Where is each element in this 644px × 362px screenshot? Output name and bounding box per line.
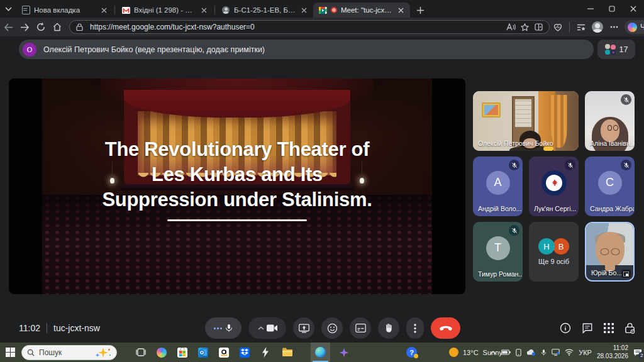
tab-gmail[interactable]: Вхідні (1 298) - yurii.smolnikov@n — [116, 3, 213, 18]
camera-button[interactable] — [248, 317, 286, 339]
gmail-icon — [121, 6, 130, 14]
presentation-stage[interactable]: The Revolutionary Theater of Les Kurbas … — [9, 79, 465, 294]
host-controls-icon[interactable] — [625, 322, 635, 334]
emoji-button[interactable] — [321, 317, 343, 339]
browser-essentials-icon[interactable] — [550, 19, 566, 35]
url-text[interactable]: https://meet.google.com/tuc-jcxt-nsw?aut… — [90, 23, 504, 31]
mic-off-icon — [509, 225, 519, 236]
participant-name: Сандра Жабра — [590, 205, 634, 212]
new-tab-button[interactable] — [413, 3, 428, 18]
favorite-star-icon[interactable] — [518, 21, 531, 33]
search-placeholder: Пошук — [39, 348, 91, 357]
read-aloud-icon[interactable] — [504, 21, 518, 33]
participant-name: Лук'ян Сергі... — [534, 205, 576, 212]
amazon-icon[interactable] — [214, 343, 233, 362]
copilot-icon — [628, 23, 637, 32]
self-tile-yurii[interactable]: Юрій Бо... — [585, 222, 635, 282]
participant-count: 17 — [619, 45, 628, 54]
slide-title-line: The Revolutionary Theater of — [42, 137, 432, 162]
presenter-banner-text: Олексій Петрович Бойко (веде презентацію… — [43, 45, 265, 54]
hidden-icons-chevron[interactable] — [490, 351, 496, 354]
meet-control-bar: 11:02 tuc-jcxt-nsw — [0, 313, 644, 343]
lock-icon — [72, 21, 86, 33]
overflow-tile-more-people[interactable]: Н В Ще 9 осіб — [529, 222, 579, 282]
presenter-banner: О Олексій Петрович Бойко (веде презентац… — [19, 40, 594, 59]
lightning-app-icon[interactable] — [255, 343, 275, 362]
raise-hand-button[interactable] — [378, 317, 399, 339]
copilot-taskbar-icon[interactable] — [152, 343, 171, 362]
mic-on-icon — [224, 323, 234, 333]
participant-grid: Олексій Петрович Бойко Аліна Іванівн... … — [473, 91, 635, 282]
back-icon[interactable] — [0, 19, 16, 35]
phone-link-icon[interactable] — [516, 349, 521, 356]
close-icon[interactable] — [299, 6, 308, 14]
mic-off-icon — [565, 160, 575, 170]
address-bar[interactable]: https://meet.google.com/tuc-jcxt-nsw?aut… — [69, 20, 550, 34]
language-indicator[interactable]: УКР — [579, 349, 592, 356]
microsoft-store-icon[interactable] — [172, 343, 192, 362]
mic-in-use-icon[interactable] — [541, 349, 547, 356]
system-tray: УКР 11:02 28.03.2026 2 — [490, 343, 642, 362]
participants-chip[interactable]: 17 — [597, 40, 635, 59]
battery-icon[interactable] — [501, 349, 511, 355]
get-help-icon[interactable]: ? — [406, 347, 417, 358]
outlook-icon[interactable] — [193, 343, 213, 362]
gemini-sparkle-icon[interactable] — [334, 343, 353, 362]
window-close-button[interactable] — [623, 0, 644, 18]
activities-icon[interactable] — [604, 323, 614, 333]
picture-in-picture-icon[interactable] — [621, 270, 631, 278]
mic-button[interactable] — [205, 317, 242, 339]
participant-tile-lukian[interactable]: Лук'ян Сергі... — [529, 156, 579, 216]
participant-name: Тимур Роман... — [478, 270, 522, 278]
slide-theater-image: The Revolutionary Theater of Les Kurbas … — [42, 79, 432, 294]
profile-avatar[interactable] — [589, 19, 606, 35]
clock-date: 28.03.2026 — [597, 353, 628, 361]
dropbox-icon[interactable] — [235, 343, 254, 362]
task-view-icon[interactable] — [131, 343, 150, 362]
audio-options-icon[interactable] — [214, 327, 222, 329]
participant-tile-oleksii[interactable]: Олексій Петрович Бойко — [473, 91, 579, 151]
close-icon[interactable] — [199, 6, 208, 14]
slide-title-underline — [167, 219, 307, 221]
browser-toolbar: https://meet.google.com/tuc-jcxt-nsw?aut… — [0, 18, 644, 36]
taskbar-search-input[interactable]: Пошук — [21, 345, 117, 360]
settings-more-icon[interactable] — [606, 19, 622, 35]
close-icon[interactable] — [396, 6, 405, 14]
present-button[interactable] — [293, 317, 314, 339]
taskbar-clock[interactable]: 11:02 28.03.2026 — [597, 344, 628, 360]
start-button[interactable] — [0, 343, 20, 362]
browser-titlebar: Нова вкладка Вхідні (1 298) - yurii.smol… — [0, 0, 644, 18]
wifi-icon[interactable] — [565, 349, 574, 356]
tab-label: Вхідні (1 298) - yurii.smolnikov@n — [134, 6, 196, 14]
window-maximize-button[interactable] — [601, 0, 623, 18]
end-call-button[interactable] — [431, 317, 460, 339]
participant-tile-alina[interactable]: Аліна Іванівн... — [585, 91, 635, 151]
copilot-chat-button[interactable]: Чат — [625, 20, 644, 34]
meeting-details-icon[interactable] — [560, 322, 571, 334]
captions-button[interactable] — [350, 317, 371, 339]
tab-meet-active[interactable]: Meet: "tuc-jcxt-nsw" — [313, 3, 410, 18]
onedrive-cloud-icon[interactable] — [526, 349, 536, 356]
tab-new-tab[interactable]: Нова вкладка — [16, 3, 113, 18]
split-screen-icon[interactable] — [531, 21, 545, 33]
participant-tile-tymur[interactable]: T Тимур Роман... — [473, 222, 523, 282]
participant-tile-andrii[interactable]: A Андрій Воло... — [473, 156, 523, 216]
display-cast-icon[interactable] — [552, 349, 560, 356]
emoji-icon — [327, 323, 338, 334]
participant-tile-sandra[interactable]: C Сандра Жабра — [585, 156, 635, 216]
forward-icon[interactable] — [16, 19, 33, 35]
file-explorer-icon[interactable] — [277, 343, 297, 362]
tab-contacts[interactable]: Б-С1-25-1-ЕВ, Б-С3-25-1-МВ, Б-Д — [216, 3, 313, 18]
favorites-hub-icon[interactable] — [573, 19, 589, 35]
chat-icon[interactable] — [582, 322, 593, 334]
close-icon[interactable] — [99, 6, 108, 14]
more-options-button[interactable] — [406, 317, 424, 339]
slide-title-line: Les Kurbas and Its — [42, 162, 432, 187]
refresh-icon[interactable] — [33, 19, 49, 35]
window-minimize-button[interactable] — [580, 0, 601, 18]
edge-taskbar-icon[interactable] — [311, 343, 330, 362]
tab-actions-menu-icon[interactable] — [0, 0, 16, 18]
home-icon[interactable] — [49, 19, 65, 35]
notification-center-icon[interactable]: 2 — [633, 349, 642, 356]
participant-name: Олексій Петрович Бойко — [478, 140, 553, 147]
